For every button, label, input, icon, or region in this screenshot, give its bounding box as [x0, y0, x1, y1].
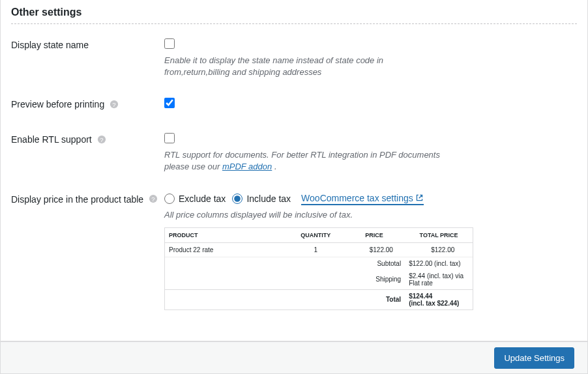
- col-quantity: QUANTITY: [288, 228, 344, 243]
- include-tax-option[interactable]: Include tax: [232, 194, 291, 204]
- rtl-checkbox[interactable]: [164, 133, 175, 143]
- preview-label: Preview before printing: [11, 99, 104, 109]
- col-product: PRODUCT: [165, 228, 288, 243]
- external-link-icon: [415, 194, 424, 202]
- price-display-description: All price columns displayed will be incl…: [164, 209, 451, 221]
- woocommerce-tax-settings-link[interactable]: WooCommerce tax settings: [301, 193, 424, 205]
- settings-form: Display state name Enable it to display …: [11, 28, 577, 319]
- rtl-desc-pre: RTL support for documents. For better RT…: [164, 150, 440, 171]
- rtl-label: Enable RTL support: [11, 134, 92, 145]
- state-name-checkbox[interactable]: [164, 38, 175, 49]
- state-name-description: Enable it to display the state name inst…: [164, 55, 451, 78]
- shipping-value: $2.44 (incl. tax) via Flat rate: [405, 270, 473, 290]
- settings-panel: Other settings Display state name Enable…: [0, 0, 588, 341]
- exclude-tax-label: Exclude tax: [179, 194, 226, 204]
- help-icon[interactable]: ?: [149, 194, 158, 205]
- exclude-tax-option[interactable]: Exclude tax: [164, 194, 226, 204]
- preview-checkbox[interactable]: [164, 98, 175, 108]
- exclude-tax-radio[interactable]: [164, 194, 175, 204]
- svg-text:?: ?: [112, 101, 115, 108]
- woo-link-text: WooCommerce tax settings: [301, 193, 413, 203]
- table-row: Product 22 rate 1 $122.00 $122.00: [165, 242, 473, 257]
- total-label: Total: [344, 289, 405, 309]
- svg-text:?: ?: [100, 136, 103, 143]
- cell-quantity: 1: [288, 242, 344, 257]
- help-icon[interactable]: ?: [97, 135, 106, 146]
- cell-product: Product 22 rate: [165, 242, 288, 257]
- include-tax-radio[interactable]: [232, 194, 243, 204]
- include-tax-label: Include tax: [246, 194, 291, 204]
- rtl-description: RTL support for documents. For better RT…: [164, 149, 451, 173]
- mpdf-addon-link[interactable]: mPDF addon: [222, 162, 272, 171]
- help-icon[interactable]: ?: [110, 100, 119, 111]
- section-heading: Other settings: [11, 1, 577, 24]
- update-settings-button[interactable]: Update Settings: [494, 347, 574, 369]
- state-name-label: Display state name: [11, 40, 89, 50]
- footer-bar: Update Settings: [0, 341, 588, 374]
- total-value-line2: (incl. tax $22.44): [409, 300, 459, 307]
- cell-price: $122.00: [344, 242, 405, 257]
- price-preview-table: PRODUCT QUANTITY PRICE TOTAL PRICE Produ…: [164, 227, 473, 310]
- total-value-line1: $124.44: [409, 293, 432, 300]
- cell-total: $122.00: [405, 242, 473, 257]
- subtotal-value: $122.00 (incl. tax): [405, 257, 473, 270]
- price-display-label: Display price in the product table: [11, 194, 143, 205]
- shipping-label: Shipping: [344, 270, 405, 290]
- col-total: TOTAL PRICE: [405, 228, 473, 243]
- rtl-desc-post: .: [272, 162, 276, 171]
- total-value: $124.44 (incl. tax $22.44): [405, 289, 473, 309]
- svg-text:?: ?: [151, 195, 154, 203]
- subtotal-label: Subtotal: [344, 257, 405, 270]
- col-price: PRICE: [344, 228, 405, 243]
